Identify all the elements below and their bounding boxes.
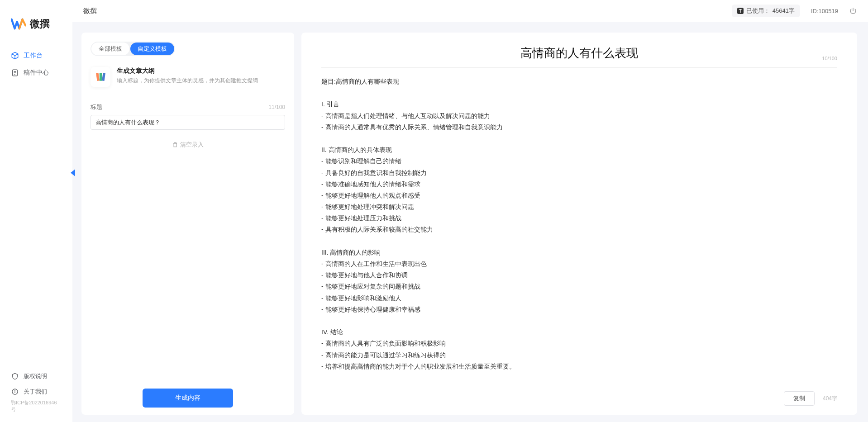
template-title: 生成文章大纲 <box>117 67 258 75</box>
title-form: 标题 11/100 <box>91 103 285 130</box>
tab-custom-templates[interactable]: 自定义模板 <box>130 43 174 55</box>
title-char-count: 11/100 <box>268 104 285 110</box>
doc-title: 高情商的人有什么表现 <box>321 45 837 61</box>
doc-title-count: 10/100 <box>822 56 837 61</box>
sidebar: 微撰 工作台 稿件中心 版权说明 <box>0 0 72 422</box>
svg-rect-7 <box>96 73 100 81</box>
nav-label: 关于我们 <box>24 388 47 396</box>
usage-value: 45641字 <box>773 7 795 15</box>
books-icon <box>91 67 110 87</box>
cube-icon <box>11 52 19 60</box>
shield-icon <box>11 372 19 380</box>
icp-text: 鄂ICP备2022016946号 <box>0 399 72 417</box>
logo: 微撰 <box>0 0 72 43</box>
usage-label: 已使用： <box>746 7 770 15</box>
nav-label: 稿件中心 <box>24 69 49 77</box>
clear-input-button[interactable]: 清空录入 <box>91 141 285 149</box>
template-tabs: 全部模板 自定义模板 <box>91 42 175 56</box>
info-icon <box>11 388 19 396</box>
generate-button[interactable]: 生成内容 <box>143 389 233 408</box>
template-desc: 输入标题，为你提供文章主体的灵感，并为其创建推文提纲 <box>117 77 258 85</box>
collapse-sidebar-button[interactable] <box>69 168 76 177</box>
nav-workbench[interactable]: 工作台 <box>0 47 72 64</box>
trash-icon <box>172 142 178 148</box>
main: 微撰 T 已使用： 45641字 ID:100519 全部模板 自定义模板 <box>72 0 868 422</box>
topbar: 微撰 T 已使用： 45641字 ID:100519 <box>72 0 868 22</box>
sidebar-footer: 版权说明 关于我们 鄂ICP备2022016946号 <box>0 366 72 422</box>
logo-icon <box>11 16 26 32</box>
title-input[interactable] <box>91 115 285 130</box>
svg-rect-8 <box>100 73 102 81</box>
copy-button[interactable]: 复制 <box>784 391 815 406</box>
nav-label: 工作台 <box>24 52 43 60</box>
svg-point-6 <box>15 390 15 391</box>
input-panel: 全部模板 自定义模板 生成文章大纲 输入标题，为你提供文章主体的灵感，并为其创建… <box>81 33 294 415</box>
usage-badge[interactable]: T 已使用： 45641字 <box>732 5 800 17</box>
nav-drafts[interactable]: 稿件中心 <box>0 64 72 81</box>
nav-about[interactable]: 关于我们 <box>0 384 72 399</box>
user-id: ID:100519 <box>811 8 838 14</box>
word-count: 404字 <box>823 395 837 403</box>
nav-label: 版权说明 <box>24 372 47 380</box>
nav-copyright[interactable]: 版权说明 <box>0 369 72 384</box>
nav: 工作台 稿件中心 <box>0 43 72 366</box>
tab-all-templates[interactable]: 全部模板 <box>91 43 129 55</box>
document-icon <box>11 69 19 77</box>
output-panel: 高情商的人有什么表现 10/100 题目:高情商的人有哪些表现 I. 引言 - … <box>301 33 857 415</box>
svg-rect-9 <box>102 73 105 81</box>
template-card: 生成文章大纲 输入标题，为你提供文章主体的灵感，并为其创建推文提纲 <box>91 67 285 87</box>
doc-footer: 复制 404字 <box>321 386 837 406</box>
title-label: 标题 <box>91 103 102 111</box>
doc-header: 高情商的人有什么表现 10/100 <box>321 45 837 68</box>
workspace: 全部模板 自定义模板 生成文章大纲 输入标题，为你提供文章主体的灵感，并为其创建… <box>72 22 868 422</box>
t-icon: T <box>737 8 744 14</box>
doc-body[interactable]: 题目:高情商的人有哪些表现 I. 引言 - 高情商是指人们处理情绪、与他人互动以… <box>321 68 837 386</box>
power-icon[interactable] <box>849 7 857 15</box>
page-title: 微撰 <box>83 7 97 15</box>
logo-text: 微撰 <box>30 17 50 31</box>
clear-label: 清空录入 <box>180 141 204 149</box>
